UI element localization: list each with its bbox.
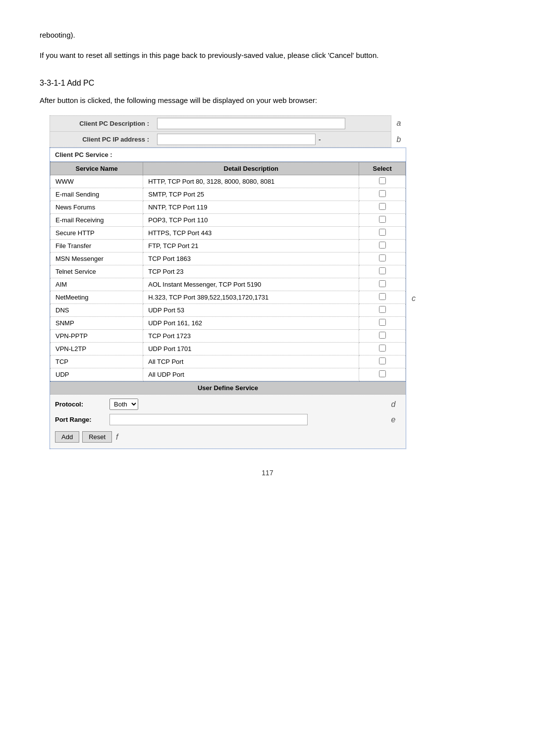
service-name-cell: TCP — [51, 355, 143, 368]
select-cell — [359, 343, 406, 355]
col-service-name: Service Name — [51, 162, 143, 175]
service-checkbox[interactable] — [379, 357, 386, 364]
select-cell — [359, 240, 406, 252]
letter-d-label: d — [386, 400, 401, 409]
detail-description-cell: TCP Port 1863 — [143, 252, 359, 265]
service-checkbox[interactable] — [379, 216, 386, 223]
select-cell — [359, 265, 406, 278]
intro-line2: If you want to reset all settings in thi… — [40, 50, 495, 61]
reset-button[interactable]: Reset — [82, 431, 112, 443]
select-cell — [359, 291, 406, 304]
table-row: UDP All UDP Port — [51, 368, 406, 381]
service-checkbox[interactable] — [379, 242, 386, 249]
page-number: 117 — [40, 469, 495, 477]
select-cell — [359, 355, 406, 368]
select-cell — [359, 188, 406, 201]
table-row: DNS UDP Port 53 — [51, 304, 406, 317]
detail-description-cell: All TCP Port — [143, 355, 359, 368]
select-cell — [359, 278, 406, 291]
table-row: MSN Messenger TCP Port 1863 — [51, 252, 406, 265]
section-title: 3-3-1-1 Add PC — [40, 79, 495, 88]
select-cell — [359, 304, 406, 317]
service-checkbox[interactable] — [379, 319, 386, 326]
client-pc-service-header: Client PC Service : — [50, 148, 406, 162]
service-name-cell: News Forums — [51, 201, 143, 214]
table-row: E-mail Receiving POP3, TCP Port 110 — [51, 214, 406, 227]
service-checkbox[interactable] — [379, 293, 386, 300]
service-name-cell: Secure HTTP — [51, 227, 143, 240]
add-button[interactable]: Add — [55, 431, 79, 443]
detail-description-cell: All UDP Port — [143, 368, 359, 381]
table-row: TCP All TCP Port — [51, 355, 406, 368]
service-checkbox[interactable] — [379, 203, 386, 210]
user-define-body: Protocol: Both TCP UDP d Port Range: e — [50, 395, 406, 449]
port-range-value — [109, 414, 386, 425]
letter-f-label: f — [116, 433, 118, 442]
detail-description-cell: AOL Instant Messenger, TCP Port 5190 — [143, 278, 359, 291]
table-row: AIM AOL Instant Messenger, TCP Port 5190 — [51, 278, 406, 291]
detail-description-cell: POP3, TCP Port 110 — [143, 214, 359, 227]
table-row: File Transfer FTP, TCP Port 21 — [51, 240, 406, 252]
service-name-cell: DNS — [51, 304, 143, 317]
ip-separator: - — [319, 136, 321, 144]
client-pc-description-value — [154, 116, 391, 131]
service-checkbox[interactable] — [379, 177, 386, 184]
col-select: Select — [359, 162, 406, 175]
select-cell — [359, 175, 406, 188]
service-name-cell: File Transfer — [51, 240, 143, 252]
letter-b-label: b — [391, 132, 406, 148]
add-reset-row: Add Reset f — [55, 429, 401, 445]
detail-description-cell: TCP Port 1723 — [143, 330, 359, 343]
service-name-cell: Telnet Service — [51, 265, 143, 278]
select-cell — [359, 330, 406, 343]
letter-a-label: a — [391, 115, 406, 132]
client-pc-description-label: Client PC Description : — [50, 117, 154, 130]
select-cell — [359, 227, 406, 240]
service-name-cell: NetMeeting — [51, 291, 143, 304]
table-row: NetMeeting H.323, TCP Port 389,522,1503,… — [51, 291, 406, 304]
col-detail-description: Detail Description — [143, 162, 359, 175]
client-pc-ip-row: Client PC IP address : - — [50, 132, 391, 147]
service-checkbox[interactable] — [379, 254, 386, 261]
service-name-cell: SNMP — [51, 317, 143, 330]
service-name-cell: AIM — [51, 278, 143, 291]
select-cell — [359, 368, 406, 381]
select-cell — [359, 201, 406, 214]
detail-description-cell: H.323, TCP Port 389,522,1503,1720,1731 — [143, 291, 359, 304]
client-pc-description-input[interactable] — [157, 118, 345, 129]
service-checkbox[interactable] — [379, 332, 386, 339]
client-pc-ip-input[interactable] — [157, 134, 316, 145]
section-desc: After button is clicked, the following m… — [40, 95, 495, 106]
select-cell — [359, 214, 406, 227]
user-define-header: User Define Service — [50, 381, 406, 395]
protocol-select[interactable]: Both TCP UDP — [109, 399, 138, 410]
service-name-cell: E-mail Receiving — [51, 214, 143, 227]
detail-description-cell: UDP Port 1701 — [143, 343, 359, 355]
protocol-label: Protocol: — [55, 401, 109, 408]
service-name-cell: VPN-L2TP — [51, 343, 143, 355]
detail-description-cell: UDP Port 53 — [143, 304, 359, 317]
service-checkbox[interactable] — [379, 190, 386, 197]
table-row: E-mail Sending SMTP, TCP Port 25 — [51, 188, 406, 201]
table-row: Secure HTTP HTTPS, TCP Port 443 — [51, 227, 406, 240]
service-checkbox[interactable] — [379, 267, 386, 274]
service-checkbox[interactable] — [379, 229, 386, 236]
service-name-cell: E-mail Sending — [51, 188, 143, 201]
service-checkbox[interactable] — [379, 280, 386, 287]
letter-e-label: e — [386, 415, 401, 424]
service-checkbox[interactable] — [379, 370, 386, 377]
port-range-row: Port Range: e — [55, 414, 401, 425]
service-name-cell: VPN-PPTP — [51, 330, 143, 343]
service-name-cell: WWW — [51, 175, 143, 188]
service-checkbox[interactable] — [379, 306, 386, 313]
detail-description-cell: TCP Port 23 — [143, 265, 359, 278]
select-cell — [359, 252, 406, 265]
service-checkbox[interactable] — [379, 345, 386, 352]
protocol-row: Protocol: Both TCP UDP d — [55, 399, 401, 410]
service-name-cell: MSN Messenger — [51, 252, 143, 265]
table-row: WWW HTTP, TCP Port 80, 3128, 8000, 8080,… — [51, 175, 406, 188]
port-range-label: Port Range: — [55, 416, 109, 423]
service-table: Service Name Detail Description Select W… — [50, 162, 406, 381]
intro-line1: rebooting). — [40, 30, 495, 41]
port-range-input[interactable] — [109, 414, 308, 425]
